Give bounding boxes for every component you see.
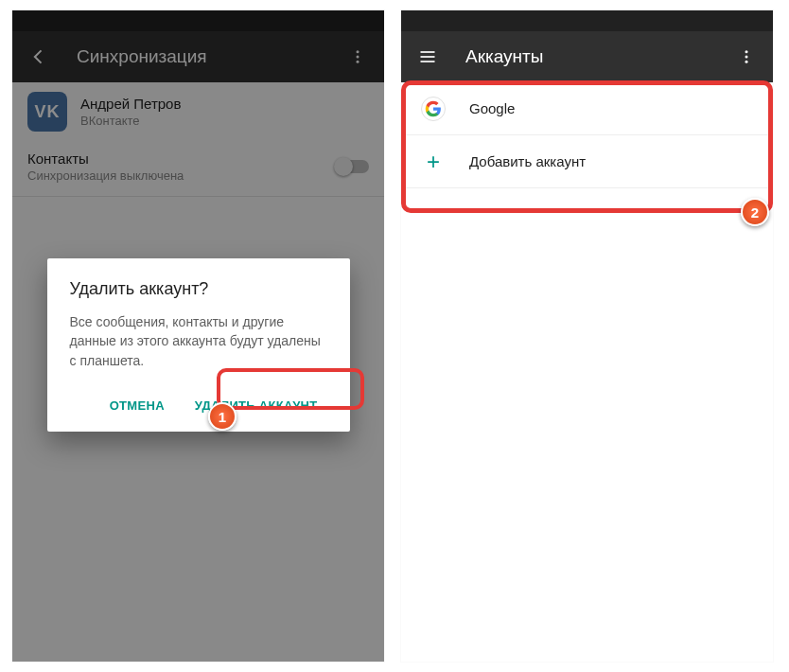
dialog-actions: ОТМЕНА УДАЛИТЬ АККАУНТ [70, 391, 327, 420]
add-account-label: Добавить аккаунт [469, 153, 586, 169]
account-label: Google [469, 100, 515, 116]
dialog-title: Удалить аккаунт? [70, 279, 327, 299]
delete-account-button[interactable]: УДАЛИТЬ АККАУНТ [185, 391, 327, 420]
app-bar-accounts: Аккаунты [401, 31, 773, 82]
plus-icon: + [418, 147, 448, 177]
google-icon [418, 94, 448, 124]
screenshot-right: Аккаунты Google + Добавить аккаунт 2 [400, 9, 774, 663]
svg-point-8 [745, 61, 748, 63]
appbar-title: Аккаунты [465, 46, 543, 67]
status-bar [401, 10, 773, 31]
screenshot-left: Синхронизация VK Андрей Петров ВКонтакте… [11, 9, 385, 663]
account-item-google[interactable]: Google [401, 82, 773, 135]
svg-point-7 [745, 56, 748, 59]
svg-rect-5 [421, 61, 435, 62]
add-account-item[interactable]: + Добавить аккаунт [401, 135, 773, 188]
callout-badge-2: 2 [741, 198, 769, 226]
cancel-button[interactable]: ОТМЕНА [100, 391, 174, 420]
callout-badge-1: 1 [208, 402, 237, 431]
svg-point-6 [745, 50, 748, 53]
svg-rect-4 [421, 56, 435, 58]
delete-account-dialog: Удалить аккаунт? Все сообщения, контакты… [47, 258, 350, 432]
hamburger-icon[interactable] [416, 45, 439, 68]
dialog-body: Все сообщения, контакты и другие данные … [70, 312, 327, 370]
svg-rect-3 [421, 51, 435, 53]
more-vert-icon[interactable] [735, 45, 758, 68]
accounts-list: Google + Добавить аккаунт [401, 82, 773, 662]
